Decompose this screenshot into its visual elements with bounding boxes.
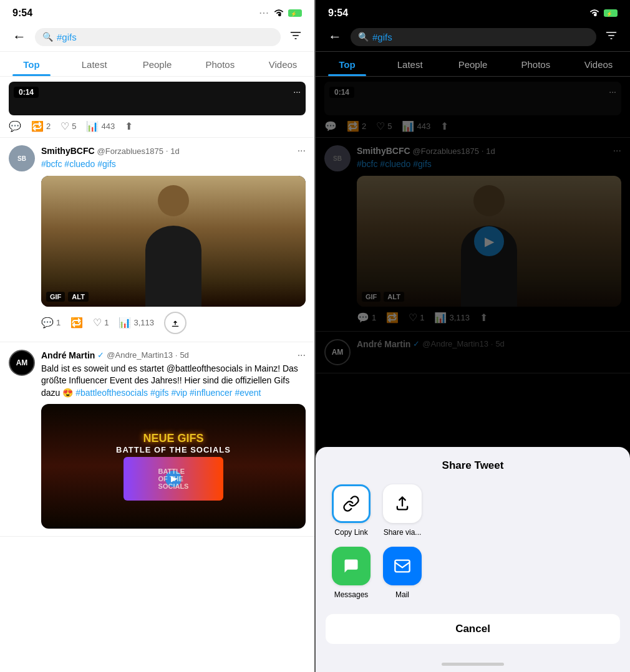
tweet-handle-smithy-r: @Forzablues1875 [413,146,479,156]
copy-link-label: Copy Link [334,528,367,537]
tweet-name-smithy-r: SmithyBCFC [357,146,410,156]
tweet-media-smithy-right[interactable]: ▶ GIF ALT [357,176,621,307]
avatar-smithy: SB [9,145,35,171]
messages-icon [332,547,371,585]
views-count-t2: 3,113 [133,318,154,327]
tab-people-left[interactable]: People [126,52,189,76]
tabs-bar-left: Top Latest People Photos Videos [0,52,314,77]
tweet-body-andre: André Martin ✓ @Andre_Martin13 · 5d ··· … [41,350,306,529]
battery-icon: ⚡ [288,9,302,17]
more-btn-smithy[interactable]: ··· [298,145,306,156]
video-timer-right: 0:14 [329,87,354,98]
media-badges-smithy-r: GIF ALT [362,292,404,302]
share-action-t1[interactable]: ⬆ [125,120,133,132]
svg-text:⚡: ⚡ [606,11,613,17]
back-button-right[interactable]: ← [324,27,346,46]
tab-latest-left[interactable]: Latest [63,52,126,76]
back-button-left[interactable]: ← [9,27,30,46]
comment-action-t2r[interactable]: 💬 1 [357,312,376,324]
share-option-mail[interactable]: Mail [383,547,422,599]
share-action-t1r[interactable]: ⬆ [440,120,448,132]
tab-videos-left[interactable]: Videos [251,52,314,76]
more-icon-tweet1[interactable]: ··· [293,87,301,97]
more-icon-tweet1-right[interactable]: ··· [609,87,616,97]
search-query-left: #gifs [57,32,77,42]
tweet-header-andre: André Martin ✓ @Andre_Martin13 · 5d ··· [41,350,306,361]
more-btn-smithy-r[interactable]: ··· [613,145,621,156]
like-action-t1r[interactable]: ♡ 5 [376,120,392,132]
tweet-dot-smithy: · [166,146,168,155]
tab-people-right[interactable]: People [442,52,505,76]
share-options-row1: Copy Link Share via... [326,484,620,537]
like-action-t1[interactable]: ♡ 5 [61,120,76,132]
right-panel: 9:54 ⚡ ← 🔍 #gifs Top Latest People Photo… [316,0,630,672]
share-icon-t1: ⬆ [125,120,133,132]
views-count-t1: 443 [101,122,115,131]
tweet-media-andre[interactable]: NEUE GIFS BATTLE OF THE SOCIALS BATTLEOF… [41,404,306,529]
svg-text:⚡: ⚡ [291,11,297,17]
tweet-tags-smithy-r: #bcfc #cluedo #gifs [357,158,621,171]
share-option-messages[interactable]: Messages [332,547,371,599]
wifi-icon [273,8,284,18]
share-option-copy-link[interactable]: Copy Link [332,484,371,537]
retweet-action-t1r[interactable]: 🔁 2 [347,120,366,132]
svg-rect-4 [616,12,618,15]
comment-action-t2[interactable]: 💬 1 [41,317,61,329]
tab-photos-right[interactable]: Photos [504,52,567,76]
comment-icon-t1: 💬 [9,120,21,132]
share-option-share-via[interactable]: Share via... [383,484,422,537]
share-action-t2r[interactable]: ⬆ [480,312,488,324]
tweet-tags-smithy: #bcfc #cluedo #gifs [41,158,306,171]
play-button-icon[interactable]: ▶ [474,226,504,256]
share-sheet: Share Tweet Copy Link Share via... [316,447,630,663]
tab-photos-left[interactable]: Photos [188,52,251,76]
neue-text: NEUE GIFS [143,432,203,445]
tab-top-left[interactable]: Top [0,52,63,76]
more-btn-andre[interactable]: ··· [298,350,306,361]
filter-button-left[interactable] [286,28,306,46]
tab-videos-right[interactable]: Videos [567,52,630,76]
like-icon-t2: ♡ [93,317,102,329]
copy-link-icon [332,484,371,523]
filter-button-right[interactable] [601,28,621,46]
battery-icon-right: ⚡ [604,9,618,17]
tweet-time-andre-r: 5d [495,339,504,348]
gif-badge-smithy-r: GIF [362,292,380,302]
cancel-button[interactable]: Cancel [326,614,620,644]
nav-bar-left: ← 🔍 #gifs [0,22,314,52]
tab-latest-right[interactable]: Latest [379,52,442,76]
share-options-row2: Messages Mail [326,547,620,599]
share-sheet-overlay: Share Tweet Copy Link Share via... [316,447,630,672]
tweet-andre: AM André Martin ✓ @Andre_Martin13 · 5d ·… [0,342,314,537]
retweet-action-t2r[interactable]: 🔁 [386,312,399,324]
share-action-t2[interactable] [164,312,187,334]
verified-badge-andre-r: ✓ [413,339,420,348]
retweet-icon-t1: 🔁 [31,120,44,132]
like-action-t2[interactable]: ♡ 1 [93,317,109,329]
like-action-t2r[interactable]: ♡ 1 [409,312,424,324]
tweet-header-smithy-right: SmithyBCFC @Forzablues1875 · 1d ··· [357,145,621,156]
bottom-handle [442,663,504,666]
mail-icon [383,547,422,585]
comment-action-t1r[interactable]: 💬 [324,120,337,132]
tweet1-actions-right: 💬 🔁 2 ♡ 5 📊 443 ⬆ [324,120,621,132]
tabs-bar-right: Top Latest People Photos Videos [316,52,630,77]
retweet-action-t1[interactable]: 🔁 2 [31,120,51,132]
tab-top-right[interactable]: Top [316,52,379,76]
views-icon-t1: 📊 [86,120,99,132]
retweet-action-t2[interactable]: 🔁 [70,317,83,329]
tweet-media-smithy[interactable]: GIF ALT [41,176,306,307]
search-bar-right[interactable]: 🔍 #gifs [351,28,596,46]
media-image-smithy [41,176,306,307]
alt-badge-smithy-r: ALT [384,292,404,302]
tweet-video-partial-right: 0:14 ··· 💬 🔁 2 ♡ 5 📊 443 [316,77,630,138]
share-sheet-title: Share Tweet [326,459,620,472]
views-action-t2r: 📊 3,113 [434,312,470,324]
search-bar-left[interactable]: 🔍 #gifs [35,28,281,46]
tweet-name-smithy: SmithyBCFC [41,146,95,156]
comment-action-t1[interactable]: 💬 [9,120,21,132]
comment-icon-t2: 💬 [41,317,54,329]
feed-left: 0:14 ··· 💬 🔁 2 ♡ 5 📊 443 [0,77,314,672]
alt-badge-smithy: ALT [68,292,89,302]
share-circle-t2[interactable] [164,312,187,334]
